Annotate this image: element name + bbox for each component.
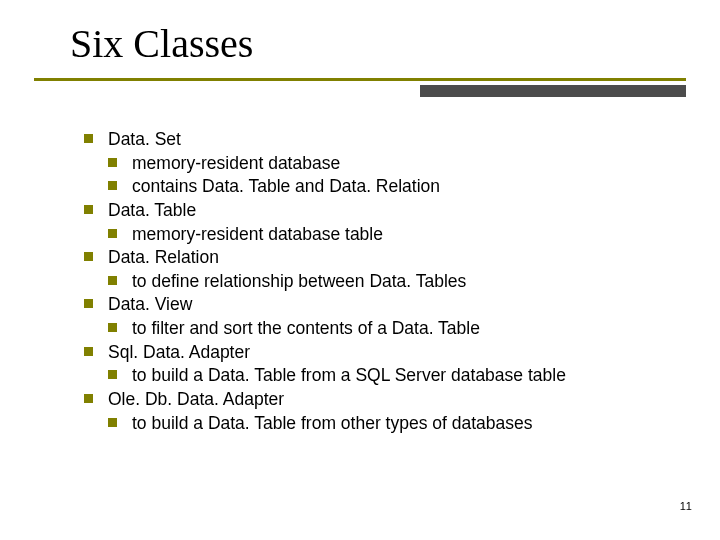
list-subitem-label: memory-resident database xyxy=(132,153,340,173)
list-subitem-label: contains Data. Table and Data. Relation xyxy=(132,176,440,196)
bullet-icon xyxy=(108,370,117,379)
list-item-label: Data. Table xyxy=(108,200,196,220)
bullet-icon xyxy=(108,158,117,167)
list-subitem-label: to build a Data. Table from a SQL Server… xyxy=(132,365,566,385)
list-subitem-label: to define relationship between Data. Tab… xyxy=(132,271,466,291)
list-item-label: Data. Relation xyxy=(108,247,219,267)
content-body: Data. Set memory-resident database conta… xyxy=(84,128,680,435)
list-item: Data. Table xyxy=(84,199,680,223)
list-subitem: memory-resident database table xyxy=(108,223,680,247)
bullet-icon xyxy=(84,347,93,356)
list-item: Ole. Db. Data. Adapter xyxy=(84,388,680,412)
bullet-icon xyxy=(108,418,117,427)
list-subitem-label: memory-resident database table xyxy=(132,224,383,244)
list-item-label: Data. Set xyxy=(108,129,181,149)
bullet-icon xyxy=(84,252,93,261)
bullet-icon xyxy=(84,394,93,403)
list-subitem: to build a Data. Table from a SQL Server… xyxy=(108,364,680,388)
bullet-icon xyxy=(84,134,93,143)
bullet-icon xyxy=(84,205,93,214)
list-item-label: Sql. Data. Adapter xyxy=(108,342,250,362)
list-subitem: memory-resident database xyxy=(108,152,680,176)
list-item: Data. Set xyxy=(84,128,680,152)
list-subitem-label: to filter and sort the contents of a Dat… xyxy=(132,318,480,338)
list-subitem: contains Data. Table and Data. Relation xyxy=(108,175,680,199)
list-subitem: to filter and sort the contents of a Dat… xyxy=(108,317,680,341)
bullet-icon xyxy=(108,181,117,190)
bullet-icon xyxy=(108,323,117,332)
list-item: Sql. Data. Adapter xyxy=(84,341,680,365)
bullet-icon xyxy=(108,276,117,285)
page-title: Six Classes xyxy=(70,20,253,67)
bullet-icon xyxy=(108,229,117,238)
list-subitem: to define relationship between Data. Tab… xyxy=(108,270,680,294)
list-subitem-label: to build a Data. Table from other types … xyxy=(132,413,532,433)
list-item-label: Data. View xyxy=(108,294,192,314)
slide: Six Classes Data. Set memory-resident da… xyxy=(0,0,720,540)
title-accent-box xyxy=(420,85,686,97)
title-underline xyxy=(34,78,686,81)
list-item: Data. Relation xyxy=(84,246,680,270)
list-subitem: to build a Data. Table from other types … xyxy=(108,412,680,436)
bullet-icon xyxy=(84,299,93,308)
page-number: 11 xyxy=(680,500,692,512)
list-item-label: Ole. Db. Data. Adapter xyxy=(108,389,284,409)
list-item: Data. View xyxy=(84,293,680,317)
